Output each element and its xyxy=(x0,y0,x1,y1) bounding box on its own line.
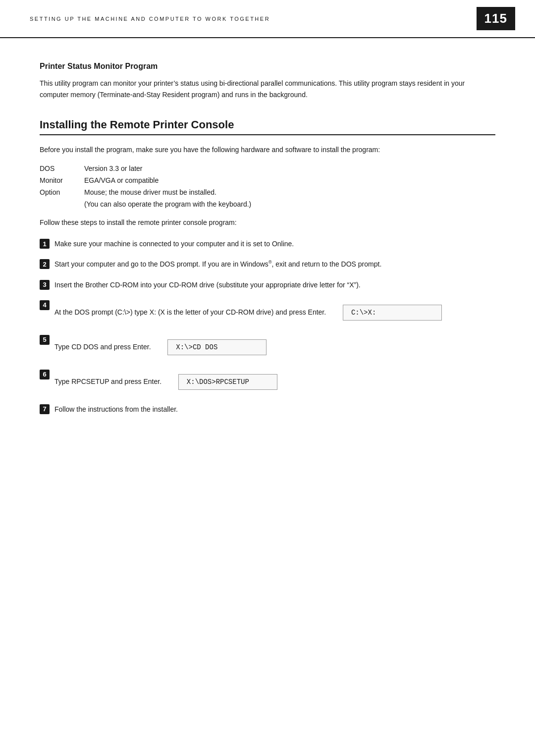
step-number-6: 6 xyxy=(40,370,50,379)
step-content-3: Insert the Brother CD-ROM into your CD-R… xyxy=(54,279,495,291)
header-bar: SETTING UP THE MACHINE AND COMPUTER TO W… xyxy=(0,0,535,38)
step-item-6: 6 Type RPCSETUP and press Enter. X:\DOS>… xyxy=(40,369,495,395)
req-row-option: Option Mouse; the mouse driver must be i… xyxy=(40,188,495,196)
steps-intro: Follow these steps to install the remote… xyxy=(40,217,495,228)
content-area: Printer Status Monitor Program This util… xyxy=(0,38,535,454)
requirements-table: DOS Version 3.3 or later Monitor EGA/VGA… xyxy=(40,164,495,208)
step-content-6-wrapper: Type RPCSETUP and press Enter. X:\DOS>RP… xyxy=(54,369,495,395)
steps-list: 1 Make sure your machine is connected to… xyxy=(40,238,495,415)
step-content-1: Make sure your machine is connected to y… xyxy=(54,238,495,250)
command-box-2: X:\>CD DOS xyxy=(167,339,267,355)
req-label-option: Option xyxy=(40,188,84,196)
step-content-5-wrapper: Type CD DOS and press Enter. X:\>CD DOS xyxy=(54,334,495,360)
step-number-1: 1 xyxy=(40,239,50,249)
step-item-5: 5 Type CD DOS and press Enter. X:\>CD DO… xyxy=(40,334,495,360)
command-box-1: C:\>X: xyxy=(343,305,442,321)
step-content-7: Follow the instructions from the install… xyxy=(54,404,495,415)
page-number: 115 xyxy=(477,7,515,30)
step-content-5: Type CD DOS and press Enter. xyxy=(54,343,151,351)
req-row-dos: DOS Version 3.3 or later xyxy=(40,164,495,172)
req-value-monitor: EGA/VGA or compatible xyxy=(84,176,495,184)
step-number-7: 7 xyxy=(40,404,50,414)
section-heading: Installing the Remote Printer Console xyxy=(40,118,234,131)
step-number-5: 5 xyxy=(40,335,50,345)
req-label-monitor: Monitor xyxy=(40,176,84,184)
step-item-1: 1 Make sure your machine is connected to… xyxy=(40,238,495,250)
req-value-dos: Version 3.3 or later xyxy=(84,164,495,172)
step-item-2: 2 Start your computer and go to the DOS … xyxy=(40,259,495,270)
subsection-printer-status: Printer Status Monitor Program This util… xyxy=(40,62,495,101)
header-text: SETTING UP THE MACHINE AND COMPUTER TO W… xyxy=(30,16,270,22)
subsection-title: Printer Status Monitor Program xyxy=(40,62,495,71)
step-content-4: At the DOS prompt (C:\>) type X: (X is t… xyxy=(54,308,326,316)
step-number-3: 3 xyxy=(40,280,50,290)
req-label-dos: DOS xyxy=(40,164,84,172)
step-number-2: 2 xyxy=(40,259,50,269)
step-number-4: 4 xyxy=(40,300,50,310)
req-row-note: (You can also operate the program with t… xyxy=(40,200,495,208)
step-item-4: 4 At the DOS prompt (C:\>) type X: (X is… xyxy=(40,300,495,325)
step-item-7: 7 Follow the instructions from the insta… xyxy=(40,404,495,415)
req-value-note: (You can also operate the program with t… xyxy=(84,200,495,208)
step-item-3: 3 Insert the Brother CD-ROM into your CD… xyxy=(40,279,495,291)
command-box-3: X:\DOS>RPCSETUP xyxy=(178,374,277,390)
page-container: SETTING UP THE MACHINE AND COMPUTER TO W… xyxy=(0,0,535,756)
section-heading-container: Installing the Remote Printer Console xyxy=(40,118,495,135)
section-intro: Before you install the program, make sur… xyxy=(40,144,495,156)
step-content-4-wrapper: At the DOS prompt (C:\>) type X: (X is t… xyxy=(54,300,495,325)
req-row-monitor: Monitor EGA/VGA or compatible xyxy=(40,176,495,184)
step-content-6: Type RPCSETUP and press Enter. xyxy=(54,378,161,385)
req-value-option: Mouse; the mouse driver must be installe… xyxy=(84,188,495,196)
subsection-description: This utility program can monitor your pr… xyxy=(40,78,495,101)
step-content-2: Start your computer and go to the DOS pr… xyxy=(54,259,495,270)
